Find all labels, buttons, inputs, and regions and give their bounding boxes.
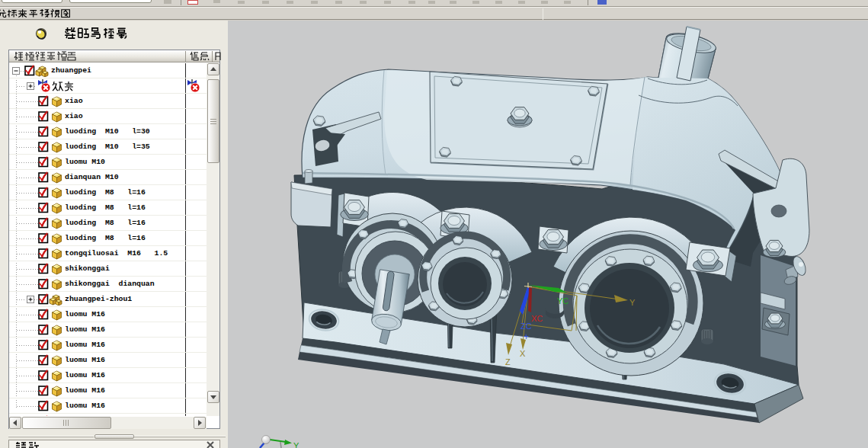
svg-text:X: X	[520, 349, 526, 358]
svg-text:Y: Y	[629, 298, 636, 307]
svg-text:ZC: ZC	[520, 322, 532, 331]
svg-text:XC: XC	[531, 314, 543, 323]
svg-text:Y: Y	[293, 441, 299, 448]
svg-text:+: +	[524, 331, 529, 342]
svg-text:Z: Z	[505, 357, 511, 366]
svg-text:YC: YC	[557, 296, 569, 306]
